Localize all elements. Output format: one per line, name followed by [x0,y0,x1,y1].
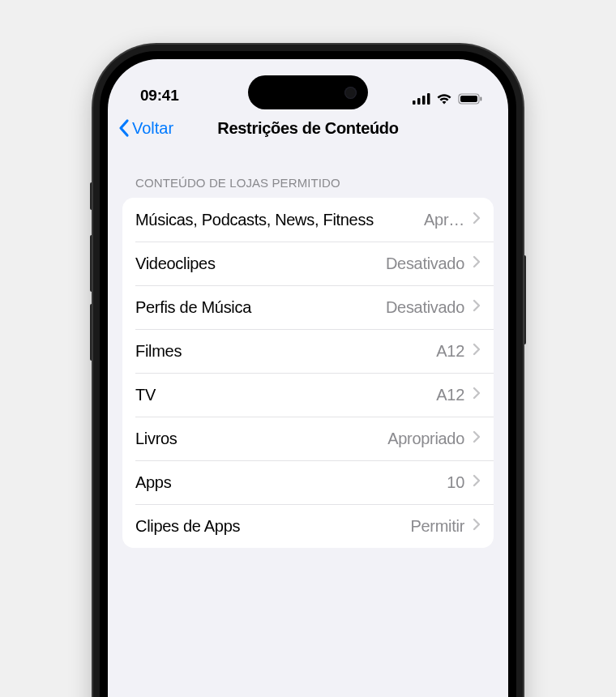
row-clipes-de-apps[interactable]: Clipes de Apps Permitir [122,504,494,548]
row-tv[interactable]: TV A12 [122,373,494,417]
battery-icon [458,93,482,105]
front-camera-icon [344,87,357,99]
row-livros[interactable]: Livros Apropriado [122,417,494,460]
section-header: CONTEÚDO DE LOJAS PERMITIDO [122,176,494,198]
navigation-bar: Voltar Restrições de Conteúdo [108,108,508,148]
svg-rect-5 [460,96,477,102]
row-value: A12 [436,386,464,404]
svg-rect-3 [427,93,430,105]
chevron-right-icon [473,474,481,490]
row-label: Filmes [135,342,428,361]
row-value: Desativado [386,298,464,317]
chevron-right-icon [473,343,481,359]
row-value: Apropriado [387,430,464,448]
chevron-right-icon [473,212,481,228]
cellular-signal-icon [413,93,430,105]
row-value: Permitir [411,517,465,536]
row-apps[interactable]: Apps 10 [122,460,494,504]
row-label: Apps [135,473,438,492]
row-value: Desativado [386,254,464,273]
chevron-right-icon [473,387,481,403]
back-button[interactable]: Voltar [118,118,173,138]
row-music-podcasts-news-fitness[interactable]: Músicas, Podcasts, News, Fitness Apr… [122,198,494,242]
row-label: Perfis de Música [135,298,378,317]
chevron-right-icon [473,518,481,534]
svg-rect-1 [417,98,421,105]
row-value: A12 [436,342,464,361]
chevron-right-icon [473,255,481,272]
chevron-left-icon [118,118,130,138]
dynamic-island [248,75,368,109]
status-time: 09:41 [140,87,179,105]
power-button [523,255,526,344]
row-perfis-de-musica[interactable]: Perfis de Música Desativado [122,285,494,329]
iphone-device-frame: 09:41 [93,45,523,697]
svg-rect-6 [481,97,482,101]
row-value: Apr… [424,211,464,229]
row-label: Livros [135,430,379,448]
svg-rect-2 [422,96,426,105]
screen: 09:41 [108,59,508,697]
row-label: Músicas, Podcasts, News, Fitness [135,211,416,229]
row-filmes[interactable]: Filmes A12 [122,329,494,373]
row-label: TV [135,386,428,404]
row-label: Clipes de Apps [135,517,403,536]
settings-list: Músicas, Podcasts, News, Fitness Apr… Vi… [122,198,494,548]
wifi-icon [436,93,452,105]
row-videoclipes[interactable]: Videoclipes Desativado [122,242,494,285]
row-label: Videoclipes [135,254,378,273]
svg-rect-0 [413,100,416,105]
chevron-right-icon [473,299,481,315]
back-label: Voltar [132,119,173,138]
row-value: 10 [447,473,464,492]
chevron-right-icon [473,430,481,447]
